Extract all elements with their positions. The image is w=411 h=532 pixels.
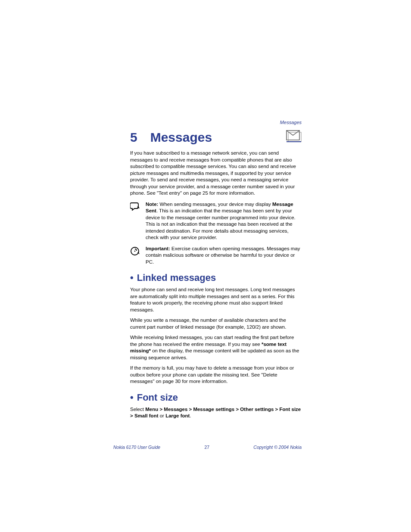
chapter-heading: 5 Messages xyxy=(130,131,302,144)
linked-p3-b: on the display, the message content will… xyxy=(130,348,299,360)
footer-right: Copyright © 2004 Nokia xyxy=(253,445,302,450)
footer-left: Nokia 6170 User Guide xyxy=(113,445,160,450)
period: . xyxy=(190,413,191,418)
important-label: Important: xyxy=(146,246,170,251)
intro-paragraph: If you have subscribed to a message netw… xyxy=(130,150,302,197)
linked-p3: While receiving linked messages, you can… xyxy=(130,334,302,361)
running-header: Messages xyxy=(280,120,302,125)
or-word: or xyxy=(159,413,166,418)
note-after: . This is an indication that the message… xyxy=(146,208,296,240)
section-title: Linked messages xyxy=(137,273,216,283)
chapter-number: 5 xyxy=(130,131,137,144)
section-title: Font size xyxy=(137,393,178,402)
large-font: Large font xyxy=(165,413,190,418)
section-font-size-heading: • Font size xyxy=(130,393,302,402)
section-linked-messages-heading: • Linked messages xyxy=(130,273,302,283)
note-callout: Note: When sending messages, your device… xyxy=(130,201,302,241)
menu-path: Menu > Messages > Message settings > Oth… xyxy=(130,407,301,419)
important-text: Important: Exercise caution when opening… xyxy=(146,246,302,266)
note-label: Note: xyxy=(146,202,158,207)
page-footer: Nokia 6170 User Guide 27 Copyright © 200… xyxy=(113,445,302,450)
footer-page-number: 27 xyxy=(204,445,209,450)
envelope-icon xyxy=(286,130,302,142)
bullet-icon: • xyxy=(130,273,134,283)
important-icon xyxy=(130,246,140,266)
important-callout: Important: Exercise caution when opening… xyxy=(130,246,302,266)
note-before: When sending messages, your device may d… xyxy=(158,202,272,207)
linked-p1: Your phone can send and receive long tex… xyxy=(130,286,302,313)
font-size-p: Select Menu > Messages > Message setting… xyxy=(130,406,302,420)
bullet-icon: • xyxy=(130,393,134,402)
linked-p4: If the memory is full, you may have to d… xyxy=(130,365,302,385)
note-icon xyxy=(130,201,140,241)
linked-p2: While you write a message, the number of… xyxy=(130,317,302,330)
chapter-title: Messages xyxy=(150,131,212,144)
select-word: Select xyxy=(130,407,145,412)
svg-point-4 xyxy=(134,250,136,252)
note-text: Note: When sending messages, your device… xyxy=(146,201,302,241)
page-content: Messages 5 Messages If you have subscrib… xyxy=(130,120,302,420)
